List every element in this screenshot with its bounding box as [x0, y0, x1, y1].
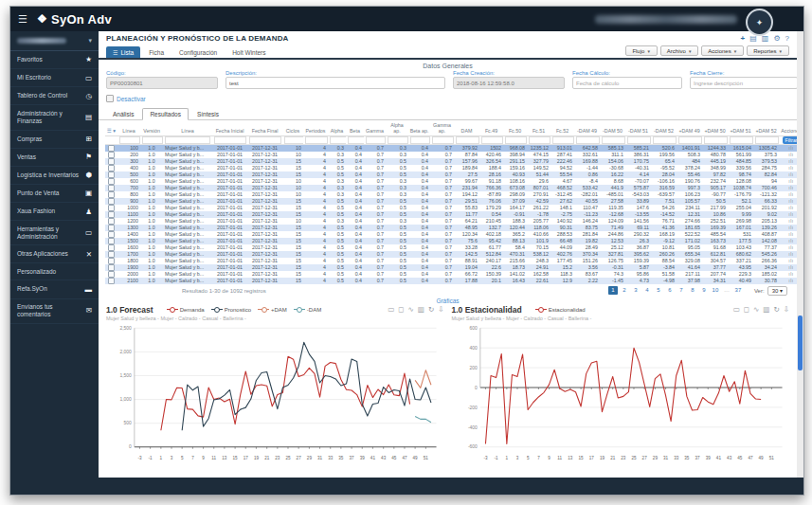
restore-icon[interactable]: ↻: [428, 306, 434, 314]
filter-input-22[interactable]: [653, 136, 677, 144]
bar-chart-icon[interactable]: ▥: [763, 306, 769, 314]
sidebar-item-herramientas-y-administraci-n[interactable]: Herramientas y Administración▭: [10, 221, 99, 245]
row-chart-icon[interactable]: ılı: [788, 158, 793, 164]
sidebar-item-env-anos-tus-comentarios[interactable]: Envíanos tus comentarios✉: [10, 299, 99, 324]
tab-lista[interactable]: ☰Lista: [106, 46, 140, 58]
page-button-2[interactable]: 2: [620, 286, 629, 295]
row-checkbox[interactable]: [108, 231, 115, 238]
page-button-9[interactable]: 9: [699, 286, 709, 295]
row-checkbox[interactable]: [108, 211, 115, 218]
table-row[interactable]: 1001.0Mujer Salud y b...2017-01-012017-1…: [105, 144, 797, 152]
row-chart-icon[interactable]: ılı: [788, 278, 793, 283]
download-icon[interactable]: ⇩: [784, 306, 789, 314]
filter-input-26[interactable]: [755, 136, 779, 144]
filter-input-15[interactable]: [481, 136, 503, 144]
filter-input-6[interactable]: [284, 136, 303, 144]
user-avatar[interactable]: ✦: [746, 9, 773, 36]
filter-input-4[interactable]: [214, 136, 246, 144]
reportes-dropdown-button[interactable]: Reportes▼: [747, 45, 789, 56]
row-checkbox[interactable]: [108, 244, 115, 251]
filter-input-12[interactable]: [410, 136, 430, 144]
row-chart-icon[interactable]: ılı: [788, 171, 793, 177]
row-checkbox[interactable]: [108, 205, 115, 211]
sidebar-item-log-stica-e-inventarios[interactable]: Logística e Inventarios⬢: [10, 167, 99, 185]
filter-input-16[interactable]: [505, 136, 527, 144]
subtab-análisis[interactable]: Análisis: [106, 109, 140, 119]
zoom-reset-icon[interactable]: ◻: [744, 306, 749, 314]
page-button-4[interactable]: 4: [642, 286, 652, 295]
row-chart-icon[interactable]: ılı: [788, 218, 793, 224]
help-icon[interactable]: ?: [785, 34, 789, 43]
page-size-select[interactable]: 30 ▾: [767, 286, 787, 296]
scrollbar-thumb[interactable]: [798, 316, 803, 370]
row-chart-icon[interactable]: ılı: [788, 145, 793, 151]
hamburger-menu-icon[interactable]: ☰: [18, 13, 27, 26]
filter-input-13[interactable]: [432, 136, 454, 144]
restore-icon[interactable]: ↻: [773, 306, 779, 314]
legend-item-estacionalidad[interactable]: Estacionalidad: [535, 307, 586, 313]
table-row[interactable]: 8001.0Mujer Salud y b...2017-01-012017-1…: [105, 191, 797, 198]
row-chart-icon[interactable]: ılı: [788, 205, 793, 210]
table-row[interactable]: 7001.0Mujer Salud y b...2017-01-012017-1…: [105, 185, 797, 191]
row-checkbox[interactable]: [108, 251, 115, 258]
row-chart-icon[interactable]: ılı: [788, 191, 793, 197]
row-chart-icon[interactable]: ılı: [788, 225, 793, 230]
desactivar-checkbox[interactable]: [106, 95, 114, 102]
field-input-2[interactable]: [453, 77, 565, 89]
row-checkbox[interactable]: [108, 264, 115, 271]
sidebar-item-personalizado[interactable]: Personalizado: [10, 263, 99, 280]
field-input-4[interactable]: [690, 77, 797, 89]
field-input-3[interactable]: [572, 77, 682, 89]
filter-input-3[interactable]: [165, 136, 210, 144]
zoom-reset-icon[interactable]: ◻: [398, 306, 404, 314]
vertical-scrollbar[interactable]: [797, 31, 803, 478]
table-row[interactable]: 6001.0Mujer Salud y b...2017-01-012017-1…: [105, 178, 797, 185]
sidebar-item-refa-syon[interactable]: Refa.SyOn▬: [10, 280, 99, 298]
table-row[interactable]: 19001.0Mujer Salud y b...2017-01-012017-…: [105, 264, 797, 271]
filter-input-8[interactable]: [330, 136, 346, 144]
row-chart-icon[interactable]: ılı: [788, 238, 793, 243]
field-input-1[interactable]: [226, 77, 445, 89]
table-row[interactable]: 9001.0Mujer Salud y b...2017-01-012017-1…: [105, 198, 797, 205]
line-chart-icon[interactable]: ∿: [753, 306, 759, 314]
subtab-resultados[interactable]: Resultados: [142, 108, 189, 120]
row-chart-icon[interactable]: ılı: [788, 185, 793, 190]
tab-holt-winters[interactable]: Holt Winters: [226, 46, 272, 58]
page-button-1[interactable]: 1: [608, 286, 618, 295]
filter-input-19[interactable]: [576, 136, 600, 144]
add-icon[interactable]: +: [741, 34, 746, 43]
table-row[interactable]: 18001.0Mujer Salud y b...2017-01-012017-…: [105, 258, 797, 264]
row-chart-icon[interactable]: ılı: [788, 251, 793, 257]
table-row[interactable]: 12001.0Mujer Salud y b...2017-01-012017-…: [105, 218, 797, 225]
filter-input-24[interactable]: [704, 136, 728, 144]
filter-input-9[interactable]: [348, 136, 364, 144]
archivo-dropdown-button[interactable]: Archivo▼: [660, 45, 698, 56]
filter-input-10[interactable]: [366, 136, 386, 144]
row-checkbox[interactable]: [108, 158, 115, 165]
row-chart-icon[interactable]: ılı: [788, 264, 793, 270]
flujo-dropdown-button[interactable]: Flujo▼: [625, 45, 657, 56]
row-chart-icon[interactable]: ılı: [788, 231, 793, 237]
page-button-8[interactable]: 8: [688, 286, 697, 295]
row-checkbox[interactable]: [108, 258, 115, 264]
legend-item-pronostico[interactable]: Pronostico: [211, 307, 251, 313]
table-row[interactable]: 16001.0Mujer Salud y b...2017-01-012017-…: [105, 244, 797, 251]
row-checkbox[interactable]: [108, 218, 115, 225]
filter-input-14[interactable]: [456, 136, 479, 144]
filter-input-23[interactable]: [678, 136, 702, 144]
table-row[interactable]: 15001.0Mujer Salud y b...2017-01-012017-…: [105, 238, 797, 244]
subtab-síntesis[interactable]: Síntesis: [190, 109, 226, 119]
table-row[interactable]: 14001.0Mujer Salud y b...2017-01-012017-…: [105, 231, 797, 238]
table-row[interactable]: 3001.0Mujer Salud y b...2017-01-012017-1…: [105, 158, 797, 165]
table-row[interactable]: 13001.0Mujer Salud y b...2017-01-012017-…: [105, 225, 797, 231]
settings-gear-icon[interactable]: ⚙: [773, 34, 780, 43]
row-chart-icon[interactable]: ılı: [788, 165, 793, 171]
filter-input-18[interactable]: [552, 136, 574, 144]
row-chart-icon[interactable]: ılı: [788, 152, 793, 157]
row-checkbox[interactable]: [108, 191, 115, 198]
filter-input-21[interactable]: [627, 136, 651, 144]
sidebar-item-tablero-de-control[interactable]: Tablero de Control◷: [10, 87, 99, 105]
page-button-3[interactable]: 3: [631, 286, 641, 295]
row-chart-icon[interactable]: ılı: [788, 271, 793, 277]
row-checkbox[interactable]: [108, 185, 115, 191]
